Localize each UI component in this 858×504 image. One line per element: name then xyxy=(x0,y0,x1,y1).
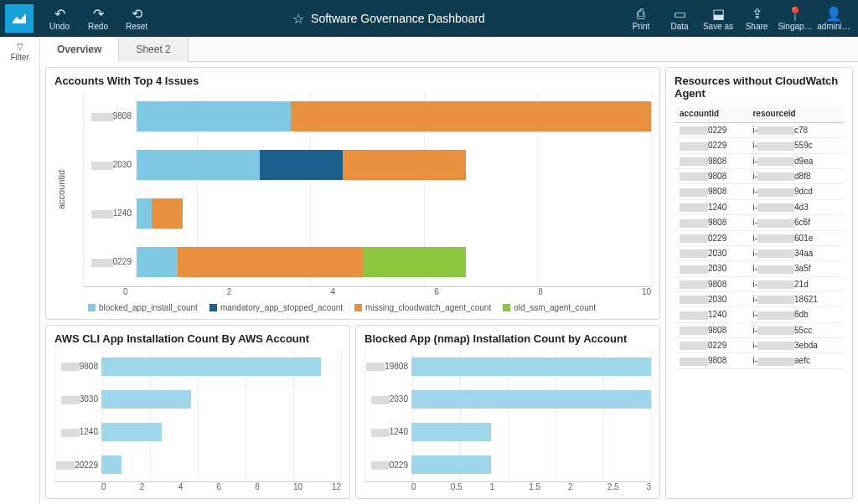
tab-overview[interactable]: Overview xyxy=(40,38,119,63)
legend-item[interactable]: blocked_app_install_count xyxy=(88,303,198,312)
redo-icon: ↷ xyxy=(93,7,104,22)
chart-bar-row: 9808 xyxy=(54,350,341,383)
panel-title: Resources without CloudWatch Agent xyxy=(675,75,844,100)
star-icon[interactable]: ☆ xyxy=(292,11,304,27)
chart-bar-row: 9808 xyxy=(83,92,651,141)
chart-awscli[interactable]: 98083030124020229 024681012 xyxy=(54,350,341,491)
col-resourceid[interactable]: resourceid xyxy=(747,105,844,123)
pin-icon: 📍 xyxy=(787,7,804,22)
table-row[interactable]: 9808i-9dcd xyxy=(675,184,844,199)
chart-bar-row: 3030 xyxy=(54,383,341,415)
print-icon: ⎙ xyxy=(637,7,645,22)
table-row[interactable]: 9808i-21d xyxy=(675,276,844,291)
table-row[interactable]: 2030i-3a5f xyxy=(675,261,844,276)
tab-sheet2[interactable]: Sheet 2 xyxy=(119,37,188,62)
print-button[interactable]: ⎙Print xyxy=(622,2,660,35)
data-button[interactable]: ▭Data xyxy=(660,2,699,35)
table-row[interactable]: 0229i-3ebda xyxy=(675,338,844,353)
filter-label: Filter xyxy=(10,53,28,62)
panel-title: AWS CLI App Installation Count By AWS Ac… xyxy=(54,332,341,345)
chart-plot-area: 98083030124020229 xyxy=(54,350,341,482)
table-row[interactable]: 1240i-8db xyxy=(675,307,844,322)
chart-bar-row: 1240 xyxy=(364,416,651,449)
chart-plot-area: 9808203012400229 xyxy=(83,92,651,287)
table-row[interactable]: 9808i-6c6f xyxy=(675,215,844,230)
chart-top4[interactable]: accountid 9808203012400229 0246810 block… xyxy=(54,92,651,312)
panel-title: Accounts With Top 4 Issues xyxy=(54,75,651,87)
panel-title: Blocked App (nmap) Installation Count by… xyxy=(364,332,651,345)
x-axis: 024681012 xyxy=(54,482,341,491)
reset-icon: ⟲ xyxy=(132,7,142,22)
data-icon: ▭ xyxy=(674,7,686,22)
table-row[interactable]: 9808i-aefc xyxy=(675,353,844,368)
region-button[interactable]: 📍Singap… xyxy=(776,2,814,35)
panel-top4-issues: Accounts With Top 4 Issues accountid 980… xyxy=(45,67,660,320)
col-accountid[interactable]: accountid xyxy=(675,105,747,123)
panel-nmap: Blocked App (nmap) Installation Count by… xyxy=(355,325,660,499)
chart-bar-row: 2030 xyxy=(83,141,651,189)
share-button[interactable]: ⇪Share xyxy=(737,2,776,35)
undo-button[interactable]: ↶Undo xyxy=(40,2,79,35)
panel-resources-no-cwagent: Resources without CloudWatch Agent accou… xyxy=(665,67,853,499)
share-icon: ⇪ xyxy=(752,7,762,22)
app-logo[interactable] xyxy=(5,4,34,33)
user-icon: 👤 xyxy=(825,7,842,22)
reset-button[interactable]: ⟲Reset xyxy=(117,2,156,35)
resources-table[interactable]: accountid resourceid 0229i-c780229i-559c… xyxy=(675,105,844,369)
x-axis: 0246810 xyxy=(70,287,651,296)
redo-button[interactable]: ↷Redo xyxy=(79,2,117,35)
chart-nmap[interactable]: 19808203012400229 00.511.522.53 xyxy=(364,350,651,491)
undo-icon: ↶ xyxy=(54,7,65,22)
table-row[interactable]: 0229i-c78 xyxy=(675,123,844,138)
chart-bar-row: 2030 xyxy=(364,383,651,415)
legend-item[interactable]: missing_cloudwatch_agent_count xyxy=(354,303,491,312)
chart-bar-row: 1240 xyxy=(54,416,341,449)
y-axis-label: accountid xyxy=(54,92,68,287)
dashboard-title-wrap: ☆ Software Governance Dashboard xyxy=(292,11,485,27)
x-axis: 00.511.522.53 xyxy=(364,482,651,491)
top-bar: ↶Undo ↷Redo ⟲Reset ☆ Software Governance… xyxy=(0,0,858,37)
saveas-icon: ⬓ xyxy=(712,7,725,22)
panel-awscli: AWS CLI App Installation Count By AWS Ac… xyxy=(45,325,350,499)
table-row[interactable]: 1240i-4d3 xyxy=(675,199,844,214)
chart-bar-row: 19808 xyxy=(364,350,651,383)
legend-item[interactable]: mandatory_app_stopped_acount xyxy=(209,303,343,312)
filter-icon: ▽ xyxy=(17,42,23,51)
legend-item[interactable]: old_ssm_agent_count xyxy=(503,303,596,312)
saveas-button[interactable]: ⬓Save as xyxy=(699,2,737,35)
table-row[interactable]: 0229i-559c xyxy=(675,138,844,153)
table-row[interactable]: 2030i-18621 xyxy=(675,291,844,306)
dashboard-title: Software Governance Dashboard xyxy=(311,12,485,25)
table-row[interactable]: 0229i-601e xyxy=(675,230,844,245)
chart-plot-area: 19808203012400229 xyxy=(364,350,651,482)
sheet-tabs: Overview Sheet 2 xyxy=(40,37,858,62)
table-row[interactable]: 2030i-34aa xyxy=(675,245,844,260)
chart-bar-row: 0229 xyxy=(83,238,651,286)
table-row[interactable]: 9808i-d8f8 xyxy=(675,169,844,184)
table-row[interactable]: 9808i-d9ea xyxy=(675,153,844,168)
user-button[interactable]: 👤admini… xyxy=(814,2,853,35)
chart-bar-row: 20229 xyxy=(54,449,341,481)
table-row[interactable]: 9808i-55cc xyxy=(675,322,844,337)
chart-bar-row: 1240 xyxy=(83,189,651,238)
chart-bar-row: 0229 xyxy=(364,449,651,481)
chart-legend: blocked_app_install_countmandatory_app_s… xyxy=(54,296,651,312)
filter-sidebar[interactable]: ▽ Filter xyxy=(0,37,40,504)
